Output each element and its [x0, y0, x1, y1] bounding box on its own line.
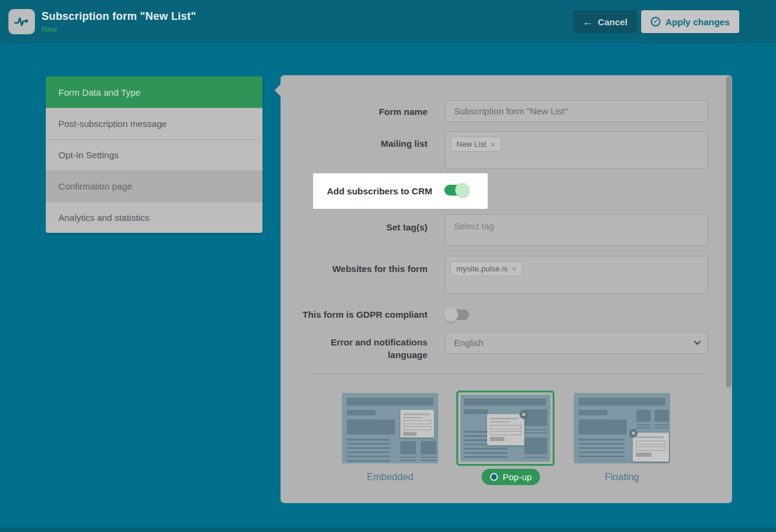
sidebar-item-confirmation-page[interactable]: Confirmation page — [46, 170, 262, 202]
popup-label-text: Pop-up — [503, 472, 532, 482]
set-tags-label: Set tag(s) — [281, 221, 427, 234]
embedded-type-label[interactable]: Embedded — [342, 472, 438, 483]
section-divider — [307, 374, 708, 374]
apply-changes-button[interactable]: ✓ Apply changes — [641, 10, 739, 33]
sidebar-item-label: Post-subscription message — [58, 119, 167, 129]
toggle-knob — [444, 308, 458, 322]
gdpr-toggle[interactable] — [445, 309, 469, 320]
page-title: Subscription form "New List" — [42, 10, 196, 23]
sidebar-item-label: Analytics and statistics — [58, 212, 149, 223]
sidebar-item-label: Opt-In Settings — [58, 150, 119, 160]
tag-label: New List — [456, 140, 486, 149]
website-tag: mysite.pulse.is × — [450, 261, 523, 276]
panel-pointer-arrow — [275, 84, 287, 96]
crm-toggle-label: Add subscribers to CRM — [327, 186, 432, 196]
language-label: Error and notifications language — [307, 336, 427, 361]
header-actions: ← Cancel ✓ Apply changes — [573, 10, 739, 33]
sidebar-item-post-subscription-message[interactable]: Post-subscription message — [46, 108, 262, 139]
floating-close-icon: ✕ — [629, 429, 638, 438]
gdpr-label: This form is GDPR compliant — [281, 308, 427, 321]
form-type-popup-thumbnail[interactable]: ✕ — [456, 391, 554, 466]
popup-close-icon: ✕ — [520, 410, 528, 419]
form-name-label: Form name — [281, 105, 427, 118]
language-value: English — [454, 338, 483, 348]
popup-mockup: ✕ — [461, 395, 550, 462]
app-logo — [8, 9, 35, 34]
remove-tag-icon[interactable]: × — [491, 140, 495, 149]
cancel-button-label: Cancel — [598, 17, 627, 27]
embedded-mockup — [342, 393, 438, 463]
sidebar-item-analytics-and-statistics[interactable]: Analytics and statistics — [46, 202, 262, 233]
mailing-list-field[interactable]: New List × — [445, 131, 708, 169]
form-settings-panel: Form name Mailing list New List × Add su… — [281, 75, 732, 503]
check-circle-icon: ✓ — [651, 17, 660, 26]
crm-toggle[interactable] — [444, 185, 468, 196]
apply-button-label: Apply changes — [665, 17, 730, 27]
mailing-list-label: Mailing list — [281, 137, 427, 150]
websites-field[interactable]: mysite.pulse.is × — [445, 256, 708, 294]
settings-sidebar: Form Data and Type Post-subscription mes… — [46, 76, 262, 233]
back-arrow-icon: ← — [583, 17, 593, 27]
sidebar-item-opt-in-settings[interactable]: Opt-In Settings — [46, 139, 262, 170]
footer-edge — [0, 528, 776, 532]
sidebar-item-label: Form Data and Type — [58, 87, 140, 97]
websites-label: Websites for this form — [281, 262, 427, 275]
toggle-knob — [455, 183, 470, 197]
pulse-icon — [13, 14, 30, 29]
panel-scrollbar[interactable] — [726, 76, 731, 388]
radio-selected-icon — [490, 473, 498, 481]
floating-mockup: ✕ — [574, 393, 670, 463]
sidebar-item-label: Confirmation page — [58, 181, 132, 191]
popup-type-label[interactable]: Pop-up — [482, 469, 540, 485]
sidebar-item-form-data-and-type[interactable]: Form Data and Type — [46, 76, 262, 108]
status-badge: New — [42, 25, 196, 34]
cancel-button[interactable]: ← Cancel — [573, 10, 637, 33]
language-select[interactable]: English — [445, 332, 708, 354]
form-name-input[interactable] — [445, 100, 708, 122]
set-tags-field[interactable]: Select tag — [445, 214, 708, 246]
set-tags-placeholder: Select tag — [445, 215, 707, 237]
form-type-embedded-thumbnail[interactable] — [342, 393, 438, 463]
remove-tag-icon[interactable]: × — [512, 265, 517, 273]
mailing-list-tag: New List × — [450, 137, 501, 152]
floating-type-label[interactable]: Floating — [574, 472, 670, 483]
crm-highlight-row: Add subscribers to CRM — [313, 173, 488, 209]
form-type-floating-thumbnail[interactable]: ✕ — [574, 393, 670, 463]
app-header: Subscription form "New List" New ← Cance… — [0, 0, 776, 43]
tag-label: mysite.pulse.is — [456, 264, 508, 273]
chevron-down-icon — [694, 338, 701, 345]
